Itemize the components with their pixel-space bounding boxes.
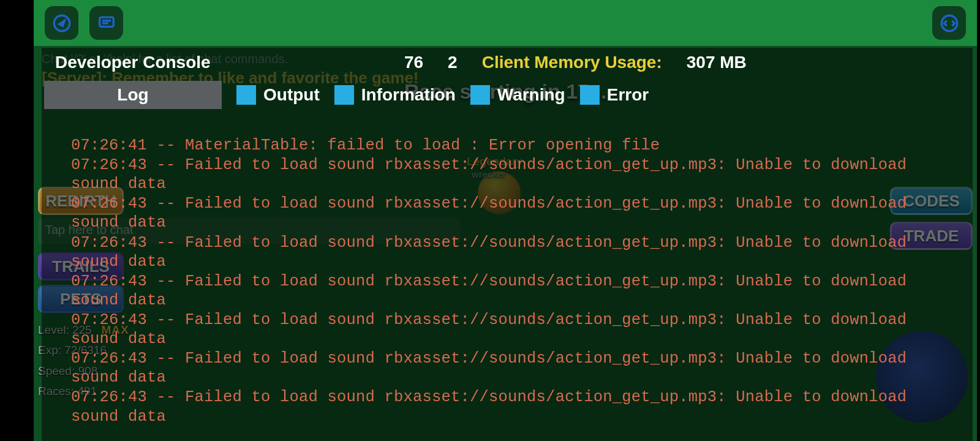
log-entry: 07:26:43 -- Failed to load sound rbxasse… <box>71 272 954 310</box>
filter-warning[interactable]: Warning <box>470 85 565 105</box>
filter-output[interactable]: Output <box>236 85 320 105</box>
log-entry: 07:26:43 -- Failed to load sound rbxasse… <box>71 388 954 426</box>
log-entry: 07:26:43 -- Failed to load sound rbxasse… <box>71 233 954 271</box>
dev-stat-a: 76 <box>404 53 423 72</box>
dev-console-filters: Log Output Information Warning Error <box>42 77 973 113</box>
top-bar <box>34 0 977 46</box>
filter-information[interactable]: Information <box>334 85 456 105</box>
compass-icon[interactable] <box>45 6 78 40</box>
code-icon[interactable] <box>932 6 966 40</box>
filter-error[interactable]: Error <box>580 85 649 105</box>
memory-usage-label: Client Memory Usage: <box>482 53 662 72</box>
chat-icon[interactable] <box>89 6 123 40</box>
filter-information-label: Information <box>361 85 456 105</box>
developer-console: Developer Console 76 2 Client Memory Usa… <box>42 48 973 441</box>
log-entry: 07:26:43 -- Failed to load sound rbxasse… <box>71 349 954 387</box>
checkbox-icon <box>580 85 600 105</box>
checkbox-icon <box>236 85 256 105</box>
log-entry: 07:26:41 -- MaterialTable: failed to loa… <box>71 136 954 155</box>
svg-rect-1 <box>99 17 113 27</box>
dev-console-header: Developer Console 76 2 Client Memory Usa… <box>42 48 973 77</box>
filter-warning-label: Warning <box>497 85 565 105</box>
checkbox-icon <box>334 85 354 105</box>
filter-output-label: Output <box>263 85 320 105</box>
log-entry: 07:26:43 -- Failed to load sound rbxasse… <box>71 194 954 232</box>
dev-console-title: Developer Console <box>55 53 211 72</box>
memory-usage-value: 307 MB <box>687 53 747 72</box>
dev-stat-b: 2 <box>448 53 458 72</box>
log-entry: 07:26:43 -- Failed to load sound rbxasse… <box>71 156 954 194</box>
tab-log[interactable]: Log <box>44 81 222 109</box>
dev-console-log[interactable]: 07:26:41 -- MaterialTable: failed to loa… <box>42 119 973 441</box>
checkbox-icon <box>470 85 490 105</box>
filter-error-label: Error <box>607 85 649 105</box>
log-entry: 07:26:43 -- Failed to load sound rbxasse… <box>71 311 954 349</box>
